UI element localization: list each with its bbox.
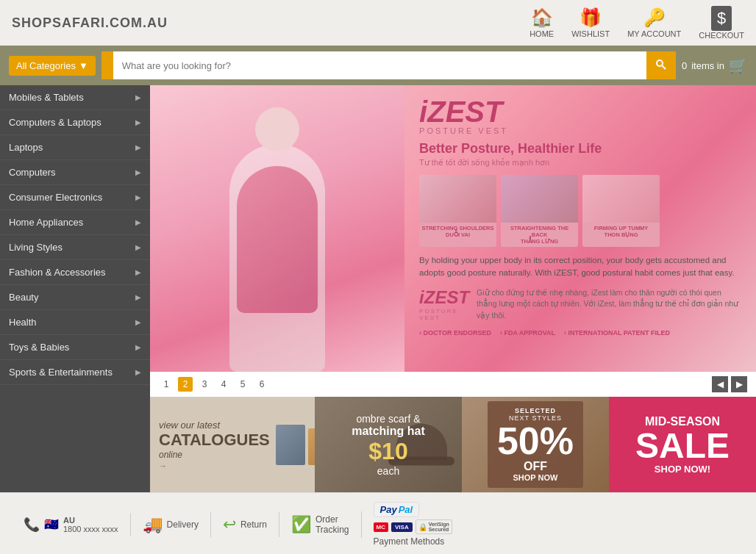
promo-mid-cta: SHOP NOW!: [635, 464, 730, 475]
chevron-right-icon: ▶: [135, 93, 141, 101]
promo-catalogues[interactable]: view our latest CATALOGUES online →: [150, 397, 315, 492]
banner-small-images: STRETCHING SHOULDERSDUỖI VAI STRAIGHTENI…: [419, 175, 741, 247]
visa-icon: VISA: [391, 522, 413, 532]
chevron-right-icon: ▶: [135, 168, 141, 176]
banner-brand-small: iZEST: [419, 287, 469, 308]
wishlist-icon: 🎁: [580, 7, 602, 28]
banner-small-img-0: STRETCHING SHOULDERSDUỖI VAI: [419, 175, 496, 247]
promo-cat-line1: view our latest: [159, 420, 270, 431]
chevron-right-icon: ▶: [135, 143, 141, 151]
sidebar-item-fashion-accessories[interactable]: Fashion & Accessories ▶: [0, 260, 150, 285]
my-account-icon: 🔑: [643, 7, 666, 28]
nav-checkout-label: Checkout: [699, 31, 744, 40]
badge-patent: › INTERNATIONAL PATENT FILED: [564, 329, 670, 337]
tracking-icon: ✅: [291, 515, 311, 534]
banner-brand-sub: POSTURE VEST: [419, 126, 741, 135]
banner-nav: ◀ ▶: [712, 376, 747, 392]
page-3[interactable]: 3: [197, 377, 212, 392]
sidebar-label: Home Appliances: [9, 217, 83, 228]
sidebar-label: Beauty: [9, 292, 38, 303]
cart-area[interactable]: 0 items in 🛒: [682, 57, 747, 74]
sidebar-item-toys-babies[interactable]: Toys & Babies ▶: [0, 335, 150, 360]
search-arrow-decorator: [101, 51, 113, 79]
chevron-right-icon: ▶: [135, 343, 141, 351]
sidebar-label: Health: [9, 317, 37, 328]
banner-next-button[interactable]: ▶: [731, 376, 747, 392]
promo-mid-line2: SALE: [635, 428, 730, 464]
nav-wishlist[interactable]: 🎁 Wishlist: [571, 7, 610, 38]
promo-midseason[interactable]: MID-SEASON SALE SHOP NOW!: [609, 397, 756, 492]
banner-tagline-vi: Tư thế tốt đời sống khỏe mạnh hơn: [419, 158, 741, 168]
tracking-sub: Tracking: [315, 525, 349, 535]
svg-line-1: [662, 65, 666, 69]
dropdown-arrow-icon: ▼: [79, 60, 88, 71]
sidebar-label: Consumer Electronics: [9, 192, 102, 203]
tracking-label: Order: [315, 514, 349, 525]
banner-image-left: [150, 85, 404, 372]
banner-pagination: 1 2 3 4 5 6 ◀ ▶: [150, 372, 756, 397]
sidebar-label: Computers: [9, 167, 56, 178]
search-wrapper: [101, 51, 676, 79]
promo-50off[interactable]: SELECTED NEXT STYLES 50% OFF SHOP NOW: [462, 397, 609, 492]
promo-scarf-line2: matching hat: [352, 425, 425, 438]
cart-icon: 🛒: [729, 57, 747, 74]
sidebar-item-mobiles-tablets[interactable]: Mobiles & Tablets ▶: [0, 85, 150, 110]
sidebar-item-laptops[interactable]: Laptops ▶: [0, 135, 150, 160]
banner-small-img-2: FIRMING UP TUMMYTHON BỤNG: [582, 175, 660, 247]
sidebar-item-consumer-electronics[interactable]: Consumer Electronics ▶: [0, 185, 150, 210]
banner-tagline: Better Posture, Healthier Life: [419, 141, 741, 157]
sidebar-item-sports-entertainments[interactable]: Sports & Entertainments ▶: [0, 360, 150, 385]
banner-badges: › DOCTOR ENDORSED › FDA APPROVAL › INTER…: [419, 329, 741, 337]
search-input[interactable]: [113, 51, 646, 79]
site-logo[interactable]: SHOPSAFARI.COM.AU: [12, 15, 168, 31]
sidebar-item-computers[interactable]: Computers ▶: [0, 160, 150, 185]
sidebar-item-living-styles[interactable]: Living Styles ▶: [0, 235, 150, 260]
phone-icon: 📞: [24, 517, 40, 533]
chevron-right-icon: ▶: [135, 318, 141, 326]
sidebar-label: Sports & Entertainments: [9, 367, 113, 378]
page-2[interactable]: 2: [178, 377, 193, 392]
promo-scarf-price: $10: [368, 438, 407, 465]
sidebar-label: Mobiles & Tablets: [9, 92, 84, 103]
promo-cat-line2: CATALOGUES: [159, 432, 270, 448]
footer-return: ↩ Return: [211, 512, 279, 537]
search-button[interactable]: [646, 51, 676, 79]
chevron-right-icon: ▶: [135, 293, 141, 301]
banner-quote: Giữ cho đứng tư thế nhẹ nhàng, iZest làm…: [477, 287, 741, 322]
banner-quote-area: iZEST POSTURE VEST Giữ cho đứng tư thế n…: [419, 287, 741, 322]
footer-tracking: ✅ Order Tracking: [279, 511, 362, 538]
page-6[interactable]: 6: [254, 377, 269, 392]
return-label: Return: [240, 519, 267, 530]
delivery-icon: 🚚: [143, 515, 163, 534]
category-dropdown[interactable]: All Categories ▼: [9, 56, 96, 76]
nav-home[interactable]: 🏠 Home: [529, 7, 554, 38]
promo-cat-line3: online: [159, 450, 270, 460]
right-content: iZEST POSTURE VEST Better Posture, Healt…: [150, 85, 756, 492]
nav-my-account[interactable]: 🔑 My Account: [627, 7, 681, 38]
promo-scarf[interactable]: ombre scarf & matching hat $10 each: [315, 397, 462, 492]
footer-phone: 📞 🇦🇺 AU 1800 xxxx xxxx: [12, 513, 131, 536]
sidebar-item-home-appliances[interactable]: Home Appliances ▶: [0, 210, 150, 235]
page-4[interactable]: 4: [216, 377, 231, 392]
flag-icon: 🇦🇺: [44, 517, 59, 531]
nav-home-label: Home: [529, 29, 554, 38]
nav-wishlist-label: Wishlist: [571, 29, 610, 38]
search-icon: [655, 59, 667, 71]
sidebar-item-health[interactable]: Health ▶: [0, 310, 150, 335]
banner-text-area: iZEST POSTURE VEST Better Posture, Healt…: [404, 85, 756, 372]
secure-icon: 🔒 VeriSignSecured: [416, 519, 452, 534]
sidebar-item-beauty[interactable]: Beauty ▶: [0, 285, 150, 310]
chevron-right-icon: ▶: [135, 118, 141, 126]
page-5[interactable]: 5: [235, 377, 250, 392]
home-icon: 🏠: [531, 7, 553, 28]
sidebar-label: Fashion & Accessories: [9, 267, 106, 278]
chevron-right-icon: ▶: [135, 218, 141, 226]
banner-prev-button[interactable]: ◀: [712, 376, 728, 392]
checkout-icon: $: [711, 6, 732, 31]
footer-payment: PayPal MC VISA 🔒 VeriSignSecured Payment…: [362, 499, 464, 550]
search-bar: All Categories ▼ 0 items in 🛒: [0, 46, 756, 85]
page-1[interactable]: 1: [159, 377, 174, 392]
promo-scarf-each: each: [377, 465, 399, 477]
nav-checkout[interactable]: $ Checkout: [699, 6, 744, 40]
sidebar-item-computers-laptops[interactable]: Computers & Laptops ▶: [0, 110, 150, 135]
